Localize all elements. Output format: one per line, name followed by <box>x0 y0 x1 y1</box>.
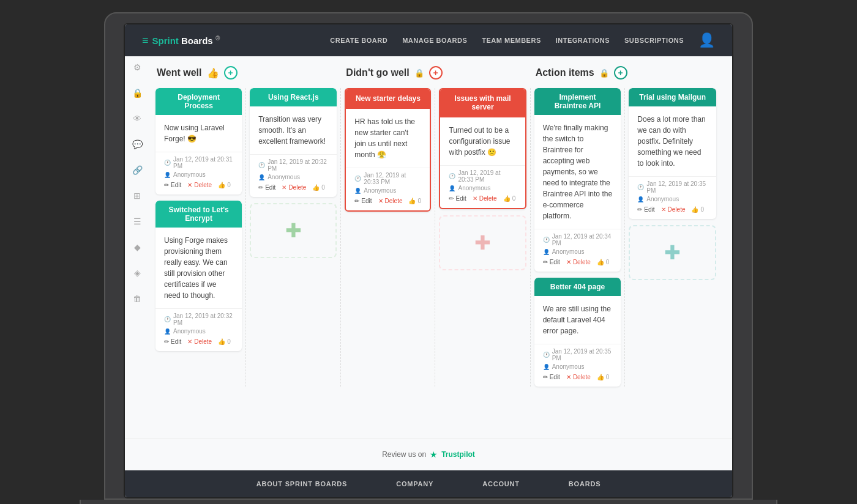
clock-icon: 🕐 <box>164 160 171 166</box>
sidebar: ⚙ 🔒 👁 💬 🔗 ⊞ ☰ ◆ ◈ 🗑 <box>125 56 149 438</box>
nav-links: CREATE BOARD MANAGE BOARDS TEAM MEMBERS … <box>330 32 715 48</box>
card-footer-encrypt: 🕐 Jan 12, 2019 at 20:32 PM 👤 Anonymous ✏… <box>155 308 242 351</box>
clock-icon-2: 🕐 <box>164 316 171 322</box>
nav-team-members[interactable]: TEAM MEMBERS <box>482 37 541 44</box>
card-author-encrypt: Anonymous <box>173 328 206 335</box>
like-btn-mail[interactable]: 👍 0 <box>503 195 516 202</box>
card-date-react: Jan 12, 2019 at 20:32 PM <box>268 158 328 172</box>
card-footer-404: 🕐 Jan 12, 2019 at 20:35 PM 👤 Anonymous ✏… <box>534 344 621 387</box>
card-body-encrypt: Using Forge makes provisioning them real… <box>155 228 242 308</box>
col-action-title: Action items <box>536 67 594 78</box>
edit-btn-404[interactable]: ✏ Edit <box>543 374 560 380</box>
footer-company[interactable]: COMPANY <box>396 480 433 487</box>
like-btn-braintree[interactable]: 👍 0 <box>597 259 610 265</box>
logo-icon: ≡ <box>142 34 149 47</box>
card-body-starter: HR has told us the new starter can't joi… <box>346 109 430 168</box>
add-icon-teal: ✚ <box>664 241 681 264</box>
action-add-btn[interactable]: + <box>614 66 627 80</box>
sidebar-settings-icon[interactable]: ⚙ <box>129 59 146 76</box>
trustpilot-text: Review us on <box>382 450 426 459</box>
sidebar-chat-icon[interactable]: 💬 <box>129 136 146 153</box>
sidebar-list-icon[interactable]: ☰ <box>129 213 146 230</box>
card-footer-react: 🕐 Jan 12, 2019 at 20:32 PM 👤 Anonymous ✏… <box>250 154 337 197</box>
card-body-mail: Turned out to be a configuration issue w… <box>440 117 525 165</box>
card-date-mailgun: Jan 12, 2019 at 20:35 PM <box>646 180 708 194</box>
navbar: ≡ Sprint Boards ® CREATE BOARD MANAGE BO… <box>125 24 732 56</box>
like-btn-encrypt[interactable]: 👍 0 <box>218 338 231 345</box>
nav-create-board[interactable]: CREATE BOARD <box>330 37 387 44</box>
delete-btn-mailgun[interactable]: ✕ Delete <box>661 206 686 213</box>
col-action-header: Action items 🔒 + <box>531 66 720 80</box>
nav-subscriptions[interactable]: SUBSCRIPTIONS <box>624 37 684 44</box>
sidebar-lock-icon[interactable]: 🔒 <box>129 84 146 102</box>
user-icon[interactable]: 👤 <box>698 32 715 48</box>
card-braintree: Implement Braintree API We're finally ma… <box>534 88 621 272</box>
card-header-mail: Issues with mail server <box>439 88 526 117</box>
footer-about[interactable]: ABOUT SPRINT BOARDS <box>256 480 347 487</box>
sidebar-trash-icon[interactable]: 🗑 <box>129 290 146 307</box>
didnt-add-btn[interactable]: + <box>429 66 443 80</box>
like-btn-react[interactable]: 👍 0 <box>312 184 325 191</box>
add-card-teal[interactable]: ✚ <box>629 225 716 280</box>
sidebar-eye-icon[interactable]: 👁 <box>129 110 146 127</box>
user-icon-5: 👤 <box>449 185 455 191</box>
footer-boards[interactable]: BOARDS <box>569 480 601 487</box>
card-lets-encrypt: Switched to Let's Encrypt Using Forge ma… <box>155 201 242 351</box>
card-body-deployment: Now using Laravel Forge! 😎 <box>155 115 242 152</box>
edit-btn-encrypt[interactable]: ✏ Edit <box>164 338 181 345</box>
card-author-braintree: Anonymous <box>552 248 585 255</box>
add-card-green-2[interactable]: ✚ <box>250 203 337 258</box>
like-btn-mailgun[interactable]: 👍 0 <box>691 206 704 213</box>
card-body-braintree: We're finally making the switch to Brain… <box>534 115 621 229</box>
logo: ≡ Sprint Boards ® <box>142 34 220 47</box>
like-btn-starter[interactable]: 👍 0 <box>408 198 421 204</box>
card-footer-mail: 🕐 Jan 12, 2019 at 20:33 PM 👤 Anonymous ✏… <box>440 165 525 208</box>
delete-btn-braintree[interactable]: ✕ Delete <box>566 259 591 265</box>
delete-btn-starter[interactable]: ✕ Delete <box>378 198 403 204</box>
clock-icon-7: 🕐 <box>543 352 550 358</box>
went-well-add-btn[interactable]: + <box>224 66 238 80</box>
card-body-404: We are still using the default Laravel 4… <box>534 296 621 344</box>
clock-icon-8: 🕐 <box>637 184 644 190</box>
card-header-react: Using React.js <box>250 88 337 106</box>
add-card-red[interactable]: ✚ <box>439 215 526 270</box>
card-author-starter: Anonymous <box>364 187 396 194</box>
logo-text: Sprint Boards ® <box>152 35 220 46</box>
user-icon-7: 👤 <box>543 364 550 370</box>
footer-account[interactable]: ACCOUNT <box>482 480 520 487</box>
laptop-base <box>80 500 777 504</box>
edit-btn-braintree[interactable]: ✏ Edit <box>543 259 560 265</box>
sidebar-tag-icon[interactable]: ◈ <box>129 264 146 281</box>
edit-btn-mail[interactable]: ✏ Edit <box>449 195 466 202</box>
sidebar-grid-icon[interactable]: ⊞ <box>129 187 146 204</box>
edit-btn-react[interactable]: ✏ Edit <box>258 184 275 191</box>
card-author-deployment: Anonymous <box>173 171 206 178</box>
delete-btn-encrypt[interactable]: ✕ Delete <box>187 338 212 345</box>
like-btn-404[interactable]: 👍 0 <box>597 374 610 380</box>
edit-btn-deployment[interactable]: ✏ Edit <box>164 182 181 188</box>
card-date-braintree: Jan 12, 2019 at 20:34 PM <box>552 233 613 246</box>
sidebar-diamond-icon[interactable]: ◆ <box>129 239 146 256</box>
card-react: Using React.js Transition was very smoot… <box>250 88 337 197</box>
card-date-mail: Jan 12, 2019 at 20:33 PM <box>458 169 516 183</box>
user-icon-card: 👤 <box>164 172 171 178</box>
clock-icon-5: 🕐 <box>449 173 455 179</box>
nav-manage-boards[interactable]: MANAGE BOARDS <box>402 37 467 44</box>
delete-btn-404[interactable]: ✕ Delete <box>566 374 591 380</box>
card-date-starter: Jan 12, 2019 at 20:33 PM <box>364 172 421 185</box>
card-author-404: Anonymous <box>552 363 585 370</box>
card-date-encrypt: Jan 12, 2019 at 20:32 PM <box>173 313 233 326</box>
nav-integrations[interactable]: INTEGRATIONS <box>556 37 610 44</box>
sidebar-link-icon[interactable]: 🔗 <box>129 161 146 179</box>
delete-btn-deployment[interactable]: ✕ Delete <box>187 182 212 188</box>
logo-sprint: Sprint <box>152 35 179 46</box>
edit-btn-mailgun[interactable]: ✏ Edit <box>637 206 654 213</box>
card-header-starter: New starter delays <box>345 88 431 109</box>
delete-btn-mail[interactable]: ✕ Delete <box>473 195 497 202</box>
card-mailgun: Trial using Mailgun Does a lot more than… <box>629 88 716 219</box>
add-icon-red: ✚ <box>474 231 491 254</box>
edit-btn-starter[interactable]: ✏ Edit <box>354 198 372 204</box>
delete-btn-react[interactable]: ✕ Delete <box>282 184 306 191</box>
trustpilot-bar: Review us on ★ Trustpilot <box>125 438 732 470</box>
like-btn-deployment[interactable]: 👍 0 <box>218 182 231 188</box>
